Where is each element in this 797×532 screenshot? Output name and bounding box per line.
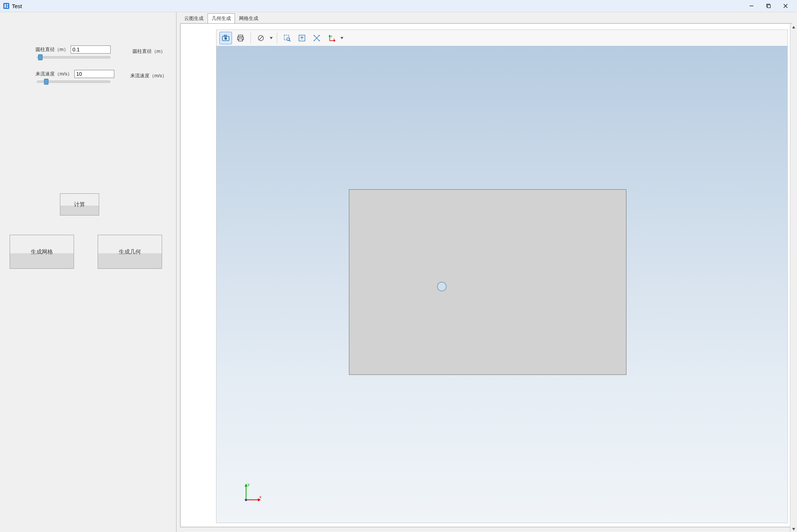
svg-rect-12 xyxy=(238,35,243,37)
vertical-scrollbar[interactable] xyxy=(790,24,797,532)
chevron-up-icon xyxy=(792,26,796,29)
svg-marker-41 xyxy=(792,528,795,531)
print-icon xyxy=(236,34,245,42)
velocity-readout-label: 来流速度（m/s） xyxy=(130,72,167,79)
svg-rect-2 xyxy=(7,4,8,6)
diameter-input[interactable] xyxy=(71,45,111,54)
velocity-input[interactable] xyxy=(74,70,114,78)
axes-dropdown[interactable] xyxy=(340,32,344,44)
triad-y-label: y xyxy=(248,482,250,487)
zoom-box-button[interactable] xyxy=(281,32,293,44)
app-icon xyxy=(3,3,10,9)
velocity-slider-thumb[interactable] xyxy=(44,79,48,85)
null-icon xyxy=(257,34,265,42)
scroll-down-button[interactable] xyxy=(790,526,797,532)
svg-point-27 xyxy=(319,40,320,41)
generate-mesh-label: 生成网格 xyxy=(31,248,53,255)
compute-button[interactable]: 计算 xyxy=(60,193,99,216)
cylinder-geometry xyxy=(437,282,447,291)
svg-marker-37 xyxy=(245,484,248,487)
maximize-button[interactable] xyxy=(760,0,777,12)
generate-mesh-button[interactable]: 生成网格 xyxy=(10,235,74,269)
scroll-up-button[interactable] xyxy=(790,24,797,31)
generate-geometry-label: 生成几何 xyxy=(119,248,141,255)
zoom-box-icon xyxy=(283,34,291,42)
close-button[interactable] xyxy=(777,0,794,12)
svg-marker-40 xyxy=(792,26,795,28)
velocity-label: 来流速度（m/s） xyxy=(36,71,72,77)
tab-bar: 云图生成 几何生成 网格生成 xyxy=(180,14,262,24)
title-bar: Test xyxy=(0,0,797,12)
svg-rect-10 xyxy=(224,35,226,37)
svg-rect-0 xyxy=(3,3,9,9)
svg-point-11 xyxy=(225,37,227,40)
svg-point-19 xyxy=(287,38,290,41)
velocity-row: 来流速度（m/s） xyxy=(36,70,114,78)
diameter-readout-label: 圆柱直径（m） xyxy=(132,48,165,55)
svg-line-16 xyxy=(259,36,263,40)
toolbar-separator xyxy=(250,33,251,44)
minimize-button[interactable] xyxy=(743,0,760,12)
diameter-row: 圆柱直径（m） xyxy=(36,45,111,54)
diameter-label: 圆柱直径（m） xyxy=(36,46,68,53)
left-panel: 圆柱直径（m） 来流速度（m/s） 圆柱直径（m） 来流速度（m/s） 计算 生… xyxy=(0,12,176,532)
diameter-slider[interactable] xyxy=(37,56,110,58)
svg-point-24 xyxy=(314,40,315,41)
window-title: Test xyxy=(12,3,22,9)
svg-rect-6 xyxy=(767,5,770,8)
svg-rect-1 xyxy=(4,4,6,8)
svg-rect-14 xyxy=(239,39,242,41)
tab-cloud[interactable]: 云图生成 xyxy=(180,13,208,24)
chevron-down-icon xyxy=(792,527,796,531)
svg-line-20 xyxy=(289,40,290,41)
fit-view-icon xyxy=(298,34,306,42)
close-icon xyxy=(783,4,788,8)
svg-marker-34 xyxy=(340,37,343,39)
screenshot-button[interactable] xyxy=(219,32,232,44)
graphics-frame: y x xyxy=(180,23,792,527)
print-button[interactable] xyxy=(234,32,247,44)
fit-view-button[interactable] xyxy=(296,32,308,44)
svg-point-25 xyxy=(319,35,320,36)
viewport-3d[interactable]: y x xyxy=(216,46,788,523)
chevron-down-icon xyxy=(340,37,343,40)
chevron-down-icon xyxy=(270,37,273,40)
tab-geometry[interactable]: 几何生成 xyxy=(208,13,235,24)
svg-rect-3 xyxy=(7,6,8,8)
right-panel: 云图生成 几何生成 网格生成 xyxy=(176,12,797,532)
clear-dropdown[interactable] xyxy=(269,32,273,44)
graphics-toolbar: y x xyxy=(216,30,788,47)
svg-text:x: x xyxy=(333,38,335,40)
orientation-triad: y x xyxy=(239,481,263,505)
maximize-icon xyxy=(766,4,771,8)
toolbar-separator xyxy=(277,33,277,44)
svg-marker-17 xyxy=(270,37,273,39)
velocity-slider[interactable] xyxy=(37,81,110,83)
svg-text:y: y xyxy=(331,35,332,38)
compute-button-label: 计算 xyxy=(74,201,85,208)
clear-button[interactable] xyxy=(255,32,267,44)
triad-x-label: x xyxy=(259,495,262,499)
tab-mesh[interactable]: 网格生成 xyxy=(235,13,262,24)
minimize-icon xyxy=(749,4,754,8)
measure-button[interactable] xyxy=(310,32,323,44)
svg-point-26 xyxy=(314,35,315,36)
axes-orient-button[interactable]: y x xyxy=(325,32,338,44)
generate-geometry-button[interactable]: 生成几何 xyxy=(98,235,162,269)
camera-icon xyxy=(222,34,230,42)
computational-domain-rect xyxy=(349,189,626,375)
measure-icon xyxy=(313,34,321,42)
axes-orient-icon: y x xyxy=(327,34,336,42)
diameter-slider-thumb[interactable] xyxy=(38,54,43,60)
